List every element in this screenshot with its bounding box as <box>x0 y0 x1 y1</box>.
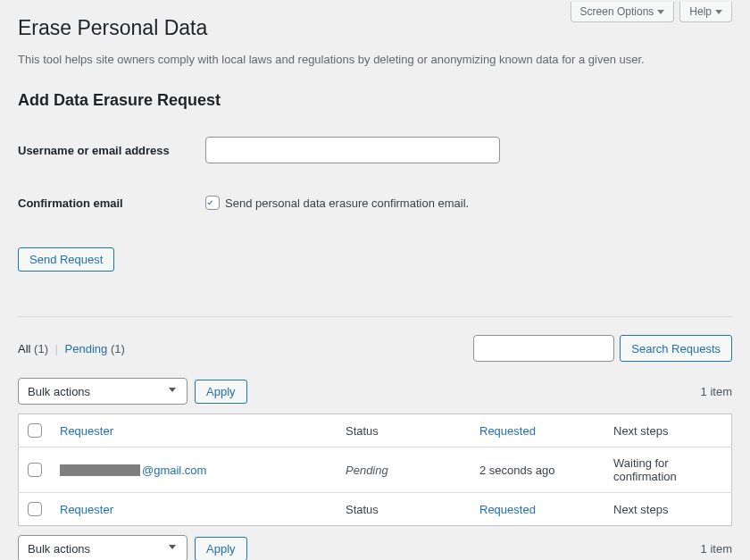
confirmation-email-checkbox[interactable] <box>205 196 220 210</box>
filter-all-count: (1) <box>34 342 48 355</box>
requester-email-link[interactable]: @gmail.com <box>142 464 206 477</box>
col-requested-footer[interactable]: Requested <box>479 503 536 516</box>
username-label: Username or email address <box>18 144 205 157</box>
screen-options-label: Screen Options <box>580 5 654 18</box>
screen-options-toggle[interactable]: Screen Options <box>571 2 675 22</box>
filter-separator: | <box>55 342 58 355</box>
username-input[interactable] <box>205 137 500 163</box>
select-all-checkbox-top[interactable] <box>28 423 42 438</box>
table-footer-row: Requester Status Requested Next steps <box>19 493 732 526</box>
send-request-button[interactable]: Send Request <box>18 247 114 272</box>
row-checkbox[interactable] <box>28 463 42 477</box>
item-count-top: 1 item <box>701 385 732 398</box>
select-all-checkbox-bottom[interactable] <box>28 502 42 516</box>
filter-pending-link[interactable]: Pending <box>65 342 108 355</box>
check-icon <box>206 196 213 209</box>
requested-cell: 2 seconds ago <box>479 464 555 477</box>
separator <box>18 316 732 317</box>
col-nextsteps-header: Next steps <box>613 424 668 438</box>
page-description: This tool helps site owners comply with … <box>18 53 732 66</box>
status-cell: Pending <box>346 464 388 477</box>
bulk-actions-label-bottom: Bulk actions <box>28 542 90 556</box>
apply-button-bottom[interactable]: Apply <box>195 537 247 561</box>
apply-button-top[interactable]: Apply <box>195 380 247 404</box>
filter-all-label[interactable]: All <box>18 342 30 355</box>
chevron-down-icon <box>165 383 179 400</box>
filter-pending-count: (1) <box>111 342 125 355</box>
redacted-username <box>60 464 140 476</box>
chevron-down-icon <box>657 10 664 14</box>
confirmation-email-label: Confirmation email <box>18 196 205 210</box>
table-row: @gmail.com Pending 2 seconds ago Waiting… <box>19 447 732 493</box>
chevron-down-icon <box>165 540 179 557</box>
bulk-actions-select-top[interactable]: Bulk actions <box>18 378 188 405</box>
col-requester-footer[interactable]: Requester <box>60 503 113 516</box>
requests-table: Requester Status Requested Next steps @g… <box>18 414 732 526</box>
col-requester-header[interactable]: Requester <box>60 424 113 438</box>
bulk-actions-select-bottom[interactable]: Bulk actions <box>18 535 188 560</box>
help-toggle[interactable]: Help <box>679 2 732 22</box>
search-requests-button[interactable]: Search Requests <box>620 335 732 362</box>
table-header-row: Requester Status Requested Next steps <box>19 414 732 447</box>
section-heading: Add Data Erasure Request <box>18 91 732 110</box>
col-status-footer: Status <box>346 503 379 516</box>
search-input[interactable] <box>473 335 614 362</box>
bulk-actions-label: Bulk actions <box>28 385 90 398</box>
nextsteps-cell: Waiting for confirmation <box>613 456 677 483</box>
col-requested-header[interactable]: Requested <box>479 424 536 438</box>
confirmation-email-text: Send personal data erasure confirmation … <box>225 196 469 210</box>
col-nextsteps-footer: Next steps <box>613 503 668 516</box>
status-filters: All (1) | Pending (1) <box>18 342 125 355</box>
col-status-header: Status <box>346 424 379 438</box>
help-label: Help <box>689 5 712 18</box>
chevron-down-icon <box>715 10 722 14</box>
item-count-bottom: 1 item <box>701 542 732 556</box>
